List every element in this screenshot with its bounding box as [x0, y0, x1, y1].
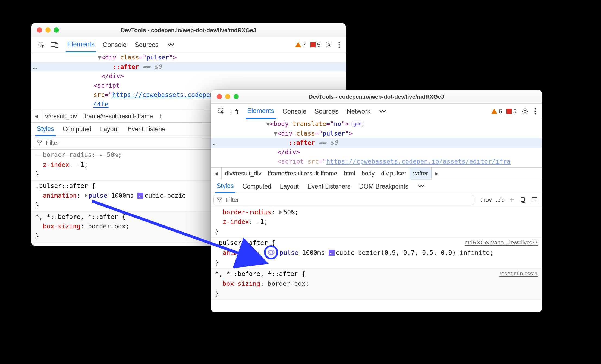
- error-icon: [310, 42, 316, 47]
- copy-styles-icon[interactable]: [519, 196, 527, 204]
- window-title: DevTools - codepen.io/web-dot-dev/live/m…: [31, 27, 346, 33]
- error-icon: [506, 109, 512, 114]
- ellipsis-icon: …: [213, 138, 217, 148]
- warnings-count[interactable]: 6: [489, 108, 504, 115]
- warning-icon: [491, 109, 497, 114]
- errors-count[interactable]: 5: [504, 108, 519, 115]
- breadcrumb-item[interactable]: div.pulser: [378, 168, 410, 180]
- funnel-icon: [37, 140, 43, 146]
- warning-icon: [295, 42, 301, 47]
- style-rule[interactable]: border-radius: 50%; z-index: -1; }: [211, 207, 542, 238]
- titlebar[interactable]: DevTools - codepen.io/web-dot-dev/live/m…: [31, 23, 346, 37]
- breadcrumb-scroll-left-icon[interactable]: ◂: [211, 168, 222, 180]
- kebab-menu-icon[interactable]: [335, 40, 343, 50]
- grid-badge[interactable]: grid: [351, 121, 364, 127]
- tab-elements[interactable]: Elements: [66, 37, 96, 52]
- warnings-count[interactable]: 7: [293, 41, 308, 48]
- more-tabs-chevron-icon[interactable]: [377, 109, 388, 114]
- maximize-icon[interactable]: [234, 94, 239, 99]
- errors-count[interactable]: 5: [308, 41, 323, 48]
- subtab-layout[interactable]: Layout: [278, 180, 300, 193]
- titlebar[interactable]: DevTools - codepen.io/web-dot-dev/live/m…: [211, 90, 542, 104]
- ellipsis-icon: …: [33, 62, 37, 72]
- main-toolbar: Elements Console Sources 7 5: [31, 37, 346, 52]
- device-toolbar-icon[interactable]: [48, 40, 61, 50]
- funnel-icon: [216, 197, 222, 203]
- style-rule[interactable]: reset.min.css:1 *, *::before, *::after {…: [211, 269, 542, 300]
- close-icon[interactable]: [217, 94, 222, 99]
- svg-point-11: [535, 108, 536, 109]
- subtab-event-listeners[interactable]: Event Listeners: [306, 180, 352, 193]
- breadcrumb-scroll-left-icon[interactable]: ◂: [31, 110, 42, 122]
- maximize-icon[interactable]: [54, 27, 59, 33]
- breadcrumb-item-active[interactable]: ::after: [410, 168, 431, 180]
- expand-shorthand-icon[interactable]: [279, 210, 282, 214]
- svg-point-12: [535, 111, 536, 112]
- breadcrumb-item[interactable]: v#result_div: [42, 110, 80, 122]
- breadcrumb-item[interactable]: h: [156, 110, 166, 122]
- subtab-dom-breakpoints[interactable]: DOM Breakpoints: [357, 180, 410, 193]
- styles-filter-bar: Filter :hov .cls: [211, 193, 542, 207]
- svg-point-13: [535, 113, 536, 114]
- styles-subtabs: Styles Computed Layout Event Listeners D…: [211, 180, 542, 193]
- source-link[interactable]: reset.min.css:1: [499, 269, 538, 278]
- more-subtabs-chevron-icon[interactable]: [416, 183, 427, 190]
- toggle-sidebar-icon[interactable]: [531, 196, 538, 204]
- selected-dom-node[interactable]: … ::after == $0: [31, 62, 346, 72]
- breadcrumb-item[interactable]: div#result_div: [222, 168, 265, 180]
- tab-elements[interactable]: Elements: [246, 104, 276, 119]
- styles-pane[interactable]: border-radius: 50%; z-index: -1; } mdRXG…: [211, 207, 542, 300]
- main-toolbar: Elements Console Sources Network 6 5: [211, 104, 542, 119]
- subtab-event-listeners[interactable]: Event Listene: [126, 123, 167, 136]
- more-tabs-chevron-icon[interactable]: [165, 42, 177, 47]
- tab-console[interactable]: Console: [281, 104, 308, 119]
- cubic-bezier-editor-icon[interactable]: [329, 250, 335, 256]
- svg-point-4: [339, 42, 340, 43]
- svg-point-10: [524, 110, 526, 112]
- subtab-styles[interactable]: Styles: [215, 180, 235, 193]
- cls-toggle[interactable]: .cls: [496, 196, 505, 203]
- breadcrumb: ◂ div#result_div iframe#result.result-if…: [211, 167, 542, 180]
- styles-filter-input[interactable]: Filter: [213, 195, 474, 205]
- svg-point-6: [339, 46, 340, 48]
- settings-gear-icon[interactable]: [519, 106, 531, 117]
- cubic-bezier-editor-icon[interactable]: [137, 193, 143, 199]
- svg-rect-15: [532, 198, 537, 202]
- breadcrumb-item[interactable]: html: [341, 168, 358, 180]
- window-title: DevTools - codepen.io/web-dot-dev/live/m…: [211, 93, 542, 100]
- dom-tree[interactable]: ▼<body translate="no">grid ▼<div class="…: [211, 119, 542, 167]
- kebab-menu-icon[interactable]: [531, 106, 539, 117]
- minimize-icon[interactable]: [45, 27, 51, 33]
- svg-rect-9: [235, 110, 238, 114]
- minimize-icon[interactable]: [225, 94, 230, 99]
- svg-point-5: [339, 44, 340, 45]
- hov-toggle[interactable]: :hov: [480, 196, 492, 203]
- breadcrumb-item[interactable]: iframe#result.result-iframe: [265, 168, 341, 180]
- close-icon[interactable]: [37, 27, 42, 33]
- breadcrumb-item[interactable]: iframe#result.result-iframe: [80, 110, 156, 122]
- new-style-rule-icon[interactable]: [508, 196, 515, 203]
- tab-sources[interactable]: Sources: [133, 37, 160, 52]
- inspect-element-icon[interactable]: [215, 106, 228, 117]
- breadcrumb-scroll-right-icon[interactable]: ▸: [431, 168, 442, 180]
- svg-rect-14: [521, 197, 524, 201]
- device-toolbar-icon[interactable]: [228, 106, 241, 116]
- subtab-layout[interactable]: Layout: [99, 123, 121, 136]
- svg-rect-2: [55, 44, 58, 48]
- subtab-computed[interactable]: Computed: [61, 123, 93, 136]
- svg-point-3: [328, 44, 330, 46]
- tab-console[interactable]: Console: [101, 37, 128, 52]
- subtab-styles[interactable]: Styles: [35, 123, 56, 136]
- tab-sources[interactable]: Sources: [313, 104, 340, 119]
- selected-dom-node[interactable]: … ::after == $0: [211, 138, 542, 148]
- settings-gear-icon[interactable]: [323, 40, 335, 50]
- style-rule[interactable]: mdRXGeJ?ano…iew=live:37 .pulser::after {…: [211, 238, 542, 269]
- tab-network[interactable]: Network: [345, 104, 372, 119]
- devtools-window-2: DevTools - codepen.io/web-dot-dev/live/m…: [211, 90, 542, 312]
- expand-shorthand-icon[interactable]: [85, 194, 87, 197]
- inspect-element-icon[interactable]: [35, 40, 48, 50]
- source-link[interactable]: mdRXGeJ?ano…iew=live:37: [465, 238, 538, 247]
- subtab-computed[interactable]: Computed: [241, 180, 273, 193]
- breadcrumb-item[interactable]: body: [358, 168, 378, 180]
